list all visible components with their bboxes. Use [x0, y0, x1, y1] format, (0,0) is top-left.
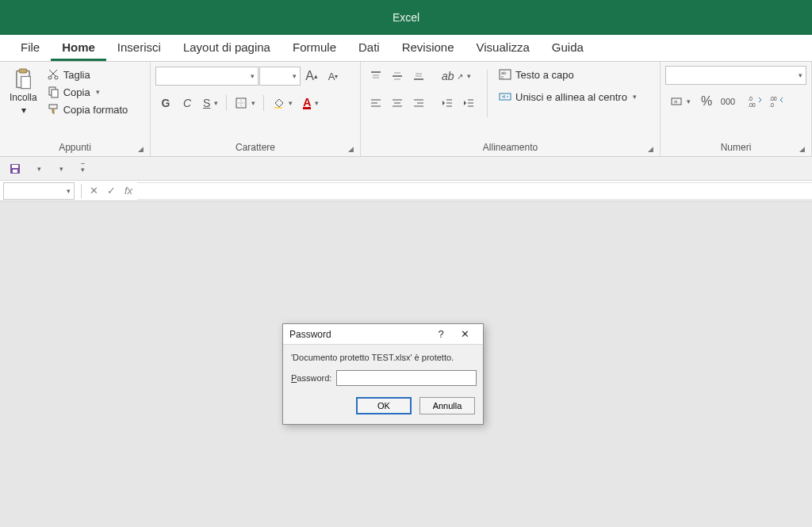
group-number: ▾ ¤▾ % 000 .0.00 .00.0 Numeri ◢ [661, 62, 812, 156]
chevron-down-icon: ▾ [67, 187, 71, 195]
decrease-decimal-button[interactable]: .00.0 [766, 91, 787, 112]
align-top-button[interactable] [366, 66, 386, 86]
font-color-button[interactable]: A▾ [298, 93, 324, 113]
number-format-combo[interactable]: ▾ [665, 66, 806, 85]
svg-rect-48 [13, 170, 17, 173]
chevron-down-icon: ▾ [81, 163, 85, 174]
increase-font-button[interactable]: A▴ [301, 66, 322, 86]
save-button[interactable] [6, 160, 24, 178]
align-center-button[interactable] [387, 93, 408, 113]
chevron-down-icon: ▾ [687, 97, 691, 105]
wrap-text-button[interactable]: abc Testo a capo [496, 67, 640, 82]
fx-button[interactable]: fx [120, 182, 137, 200]
help-button[interactable]: ? [429, 328, 453, 340]
copy-button[interactable]: Copia ▾ [44, 84, 132, 100]
group-label-alignment: Allineamento ◢ [366, 140, 655, 155]
cancel-button[interactable]: Annulla [419, 397, 475, 414]
decrease-indent-button[interactable] [437, 93, 458, 113]
chevron-down-icon: ▾ [799, 71, 802, 79]
formula-bar: ▾ ✕ ✓ fx [0, 181, 812, 201]
clipboard-icon [12, 68, 34, 90]
qat-customize-button[interactable]: ▾ [73, 160, 90, 178]
tab-review[interactable]: Revisione [391, 35, 465, 61]
decrease-font-button[interactable]: A▾ [323, 66, 343, 86]
separator [263, 95, 264, 111]
align-bottom-button[interactable] [408, 66, 429, 86]
chevron-down-icon: ▾ [293, 72, 297, 80]
password-label: Password: [291, 373, 331, 383]
merge-label: Unisci e allinea al centro [515, 91, 627, 103]
align-left-button[interactable] [366, 93, 386, 113]
increase-decimal-button[interactable]: .0.00 [745, 91, 765, 112]
comma-style-button[interactable]: 000 [718, 91, 738, 112]
svg-point-4 [55, 76, 58, 79]
dialog-launcher-icon[interactable]: ◢ [138, 145, 144, 153]
tab-file[interactable]: File [10, 35, 51, 61]
chevron-down-icon: ▾ [96, 88, 100, 96]
chevron-down-icon: ▾ [289, 99, 293, 107]
chevron-down-icon: ▾ [37, 165, 41, 173]
svg-rect-7 [49, 105, 57, 109]
cut-label: Taglia [63, 69, 90, 81]
tab-home[interactable]: Home [51, 35, 106, 61]
dialog-launcher-icon[interactable]: ◢ [799, 145, 805, 153]
quick-access-toolbar: ▾ ▾ ▾ [0, 157, 812, 181]
paste-label: Incolla [10, 92, 37, 103]
borders-icon [235, 97, 247, 109]
enter-formula-button[interactable]: ✓ [102, 182, 120, 200]
undo-button[interactable]: ▾ [29, 160, 46, 178]
cut-button[interactable]: Taglia [44, 67, 132, 82]
tab-formulas[interactable]: Formule [282, 35, 347, 61]
italic-button[interactable]: C [177, 93, 197, 113]
tab-help[interactable]: Guida [541, 35, 595, 61]
password-dialog: Password ? ✕ 'Documento protetto TEST.xl… [282, 323, 484, 425]
percent-button[interactable]: % [696, 91, 717, 112]
font-name-combo[interactable]: ▾ [155, 67, 259, 86]
formula-input[interactable] [137, 182, 812, 200]
accounting-format-button[interactable]: ¤▾ [665, 91, 695, 112]
ribbon: Incolla ▾ Taglia Copia ▾ Copia formato [0, 62, 812, 157]
bold-button[interactable]: G [155, 93, 176, 113]
orientation-button[interactable]: ab↗▾ [437, 66, 476, 86]
borders-button[interactable]: ▾ [230, 93, 260, 113]
svg-text:.0: .0 [748, 96, 753, 101]
svg-rect-47 [12, 165, 18, 168]
cancel-formula-button[interactable]: ✕ [85, 182, 102, 200]
format-painter-button[interactable]: Copia formato [44, 101, 132, 117]
wrap-label: Testo a capo [515, 69, 574, 81]
dialog-body: 'Documento protetto TEST.xlsx' è protett… [283, 345, 483, 424]
font-size-combo[interactable]: ▾ [259, 67, 301, 86]
name-box[interactable]: ▾ [3, 182, 75, 200]
dialog-launcher-icon[interactable]: ◢ [648, 145, 653, 153]
wrap-text-icon: abc [499, 68, 511, 81]
group-label-clipboard: Appunti ◢ [5, 140, 145, 155]
svg-rect-2 [21, 77, 31, 89]
paste-button[interactable]: Incolla ▾ [5, 65, 42, 119]
group-label-number: Numeri ◢ [665, 140, 806, 155]
tab-page-layout[interactable]: Layout di pagina [172, 35, 282, 61]
underline-button[interactable]: S▾ [198, 93, 223, 113]
dialog-launcher-icon[interactable]: ◢ [348, 145, 354, 153]
chevron-down-icon: ▾ [315, 99, 319, 107]
merge-icon [499, 90, 511, 103]
bucket-icon [272, 97, 285, 109]
close-button[interactable]: ✕ [453, 328, 477, 340]
tab-view[interactable]: Visualizza [465, 35, 541, 61]
svg-text:c: c [501, 74, 504, 79]
tab-insert[interactable]: Inserisci [106, 35, 172, 61]
svg-rect-39 [500, 94, 511, 100]
align-middle-button[interactable] [387, 66, 408, 86]
merge-center-button[interactable]: Unisci e allinea al centro ▾ [496, 89, 640, 105]
redo-button[interactable]: ▾ [51, 160, 68, 178]
increase-indent-button[interactable] [458, 93, 479, 113]
ok-button[interactable]: OK [356, 397, 412, 414]
chevron-down-icon: ▾ [59, 165, 63, 173]
svg-text:.00: .00 [769, 96, 777, 101]
chevron-down-icon: ▾ [251, 72, 255, 80]
password-input[interactable] [336, 370, 477, 386]
fill-color-button[interactable]: ▾ [267, 93, 297, 113]
align-right-button[interactable] [408, 93, 429, 113]
tab-data[interactable]: Dati [347, 35, 391, 61]
svg-rect-11 [274, 107, 282, 109]
chevron-down-icon: ▾ [251, 99, 255, 107]
